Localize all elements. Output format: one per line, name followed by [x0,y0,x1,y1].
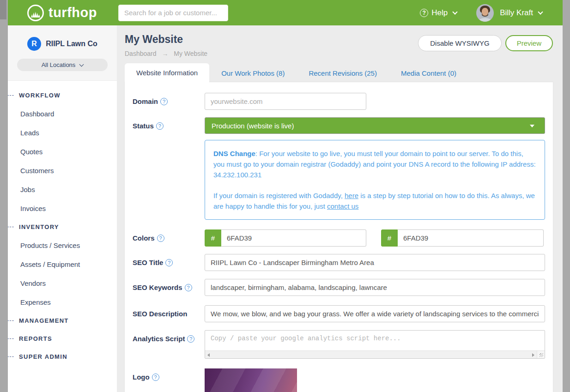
preview-button[interactable]: Preview [505,35,553,51]
help-tooltip-icon[interactable]: ? [156,122,164,130]
brand-logo[interactable]: turfhop [27,5,97,21]
tab-bar: Website Information Our Work Photos (8) … [125,63,553,82]
chevron-down-icon [538,9,543,14]
locations-label: All Locations [42,61,76,68]
section-dash-icon: --- [7,91,14,98]
help-tooltip-icon[interactable]: ? [157,235,164,242]
sidebar-section-reports[interactable]: --- REPORTS [8,330,117,348]
scroll-right-icon[interactable] [532,353,534,357]
status-selected-value: Production (website is live) [212,122,294,130]
user-avatar[interactable] [476,4,494,22]
company-row[interactable]: R RIIPL Lawn Co [8,37,117,51]
sidebar: R RIIPL Lawn Co All Locations --- WORKFL… [8,25,117,392]
chevron-down-icon [453,9,458,14]
help-menu[interactable]: ? Help [420,8,457,18]
section-dash-icon: --- [7,335,14,342]
sidebar-item-dashboard[interactable]: Dashboard [20,104,117,123]
logo-image [205,368,297,392]
sidebar-section-workflow[interactable]: --- WORKFLOW [8,86,117,104]
analytics-placeholder: Copy / paste your google analytics scrip… [205,331,545,346]
sidebar-item-assets-equipment[interactable]: Assets / Equipment [20,255,117,274]
horizontal-scrollbar[interactable] [205,350,537,358]
company-avatar: R [27,37,41,51]
domain-label: Domain ? [133,93,205,110]
dns-change-notice: DNS Change: For your website to go live,… [205,140,545,220]
resize-grip-icon[interactable] [537,350,545,358]
seo-description-label: SEO Description [133,305,205,322]
brand-name: turfhop [49,5,97,20]
sidebar-item-jobs[interactable]: Jobs [20,180,117,199]
secondary-color-input[interactable] [398,229,544,247]
sidebar-section-super-admin[interactable]: --- SUPER ADMIN [8,348,117,366]
breadcrumb-current: My Website [174,50,207,57]
help-tooltip-icon[interactable]: ? [187,335,194,343]
seo-keywords-label: SEO Keywords ? [133,279,205,296]
scroll-left-icon[interactable] [207,353,210,357]
tab-website-information[interactable]: Website Information [125,63,209,82]
hash-prefix: # [205,229,221,247]
main-content: My Website Dashboard → My Website Disabl… [117,25,563,392]
here-link[interactable]: here [345,192,358,199]
user-menu[interactable]: Billy Kraft [494,8,542,18]
top-navbar: turfhop ? Help Billy Kraft [8,0,563,25]
seo-keywords-input[interactable] [205,279,545,296]
primary-color-input[interactable] [221,229,366,247]
right-window-strip [563,0,570,392]
section-dash-icon: --- [7,223,14,230]
seo-title-label: SEO Title ? [133,254,205,271]
status-label: Status ? [133,117,205,134]
sidebar-item-expenses[interactable]: Expenses [20,293,117,312]
grass-icon [27,5,44,21]
tab-recent-revisions[interactable]: Recent Revisions (25) [297,64,389,82]
app-window: turfhop ? Help Billy Kraft R RIIPL Lawn … [8,0,563,392]
sidebar-item-customers[interactable]: Customers [20,161,117,180]
analytics-script-textarea[interactable]: Copy / paste your google analytics scrip… [205,330,545,359]
hash-prefix: # [381,229,398,247]
breadcrumb-arrow-icon: → [162,50,168,57]
help-icon: ? [420,9,428,17]
tab-our-work-photos[interactable]: Our Work Photos (8) [209,64,297,82]
sidebar-nav: --- WORKFLOW Dashboard Leads Quotes Cust… [8,81,117,366]
sidebar-item-quotes[interactable]: Quotes [20,142,117,161]
analytics-script-label: Analytics Script ? [133,330,205,359]
logo-label: Logo ? [133,368,205,392]
dns-notice-title: DNS Change [213,150,255,157]
select-caret-icon [530,125,534,127]
sidebar-company-block: R RIIPL Lawn Co All Locations [8,25,117,81]
domain-input[interactable] [205,93,366,110]
scrollbar-thumb[interactable] [0,0,6,19]
sidebar-section-management[interactable]: --- MANAGEMENT [8,312,117,330]
global-search-input[interactable] [118,5,228,21]
user-name: Billy Kraft [500,8,533,18]
website-information-panel: Domain ? Status ? Production ( [125,82,553,392]
help-label: Help [431,8,448,18]
seo-title-input[interactable] [205,254,545,271]
contact-us-link[interactable]: contact us [327,202,358,210]
section-dash-icon: --- [7,317,14,324]
breadcrumb-dashboard[interactable]: Dashboard [125,50,157,57]
status-select[interactable]: Production (website is live) [205,117,545,134]
sidebar-item-vendors[interactable]: Vendors [20,274,117,293]
help-tooltip-icon[interactable]: ? [152,374,159,381]
section-dash-icon: --- [7,353,14,360]
sidebar-section-inventory[interactable]: --- INVENTORY [8,218,117,236]
company-name: RIIPL Lawn Co [46,40,97,48]
sidebar-item-products-services[interactable]: Products / Services [20,236,117,255]
disable-wysiwyg-button[interactable]: Disable WYSIWYG [418,35,501,51]
tab-media-content[interactable]: Media Content (0) [389,64,468,82]
sidebar-item-leads[interactable]: Leads [20,123,117,142]
sidebar-item-invoices[interactable]: Invoices [20,199,117,218]
chevron-down-icon [79,62,84,66]
help-tooltip-icon[interactable]: ? [160,98,168,105]
help-tooltip-icon[interactable]: ? [185,284,192,291]
left-window-strip [0,0,8,392]
help-tooltip-icon[interactable]: ? [165,259,173,266]
locations-dropdown[interactable]: All Locations [17,59,108,71]
seo-description-input[interactable] [205,305,545,322]
colors-label: Colors ? [133,229,205,247]
